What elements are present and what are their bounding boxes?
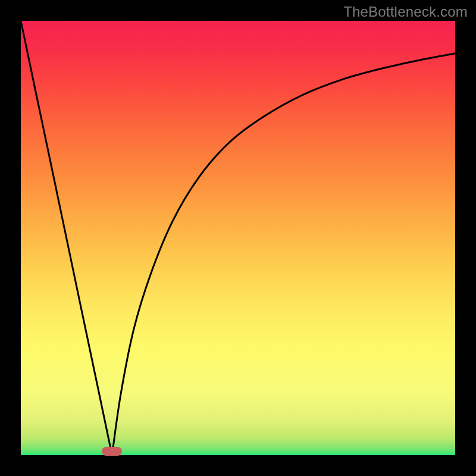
watermark-text: TheBottleneck.com <box>343 4 468 20</box>
optimal-marker <box>102 447 122 456</box>
bottleneck-curve <box>21 21 455 455</box>
plot-area <box>21 21 455 455</box>
chart-frame: TheBottleneck.com <box>0 0 476 476</box>
curve-layer <box>21 21 455 455</box>
